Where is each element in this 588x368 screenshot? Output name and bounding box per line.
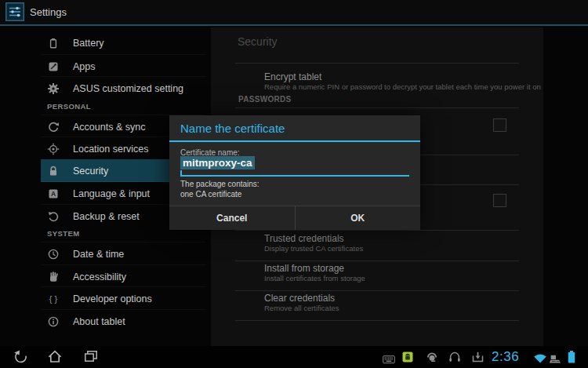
- hand-icon: [47, 271, 60, 283]
- svg-text:{ }: { }: [49, 294, 58, 304]
- name-certificate-dialog: Name the certificate Certificate name: m…: [169, 115, 420, 229]
- svg-text:A: A: [51, 190, 56, 198]
- cancel-button[interactable]: Cancel: [169, 206, 296, 230]
- divider: [235, 63, 519, 64]
- system-bar: 2:36 »: [0, 346, 588, 368]
- sidebar-item-battery[interactable]: Battery: [41, 31, 205, 54]
- language-icon: A: [47, 188, 60, 200]
- lock-icon: [47, 165, 60, 177]
- divider: [235, 261, 519, 261]
- gear-icon: [47, 82, 60, 95]
- trusted-credentials-title[interactable]: Trusted credentials: [264, 233, 344, 244]
- dialog-button-bar: Cancel OK: [169, 206, 420, 230]
- sidebar-item-label: Language & input: [73, 188, 150, 199]
- usb-debugging-android-icon: [402, 352, 413, 366]
- certificate-name-input[interactable]: mitmproxy-ca: [180, 157, 409, 173]
- apps-icon: [47, 60, 60, 73]
- divider: [235, 320, 519, 321]
- passwords-section-header: PASSWORDS: [238, 95, 292, 104]
- divider: [235, 290, 519, 291]
- sidebar-item-about-tablet[interactable]: About tablet: [41, 309, 205, 333]
- package-contains-label: The package contains:: [180, 180, 260, 188]
- sidebar-item-apps[interactable]: Apps: [41, 54, 205, 78]
- recents-button[interactable]: [83, 349, 99, 365]
- sidebar-item-date-time[interactable]: Date & time: [41, 242, 205, 265]
- input-underline: [180, 175, 409, 177]
- sidebar-item-label: Apps: [73, 61, 96, 72]
- action-bar: Settings: [0, 0, 588, 26]
- braces-icon: { }: [47, 293, 60, 305]
- sidebar-item-label: Security: [73, 166, 108, 177]
- sidebar-item-label: Location services: [73, 144, 149, 155]
- keyboard-icon: [383, 353, 395, 367]
- install-notification-icon: [472, 352, 484, 366]
- info-icon: [47, 315, 60, 328]
- sidebar-item-label: About tablet: [73, 316, 125, 327]
- sync-icon: [47, 121, 60, 133]
- install-from-storage-title[interactable]: Install from storage: [264, 263, 344, 274]
- back-button[interactable]: [13, 349, 28, 365]
- ok-button[interactable]: OK: [296, 206, 421, 230]
- checkbox[interactable]: [493, 118, 506, 132]
- sidebar-item-developer-options[interactable]: { } Developer options: [41, 286, 205, 310]
- trusted-credentials-desc: Display trusted CA certificates: [264, 244, 363, 253]
- divider: [235, 230, 519, 231]
- sidebar-item-asus-setting[interactable]: ASUS customized setting: [41, 76, 205, 100]
- sidebar-item-label: Accounts & sync: [73, 122, 145, 133]
- encrypt-tablet-title[interactable]: Encrypt tablet: [264, 71, 321, 82]
- sidebar-section-personal: PERSONAL: [47, 99, 91, 115]
- package-contents-value: one CA certificate: [180, 190, 241, 199]
- sidebar-item-label: Developer options: [73, 293, 152, 304]
- battery-icon: [47, 37, 60, 49]
- content-title: Security: [238, 35, 278, 48]
- sidebar-item-label: Backup & reset: [73, 211, 140, 222]
- sidebar-item-label: Accessibility: [73, 271, 126, 282]
- dialog-title: Name the certificate: [180, 122, 285, 135]
- keyboard-dock-icon: [549, 353, 561, 367]
- clock-icon: [47, 248, 60, 261]
- sidebar-item-label: Battery: [73, 38, 104, 49]
- page-title: Settings: [30, 6, 67, 18]
- clear-credentials-title[interactable]: Clear credentials: [264, 293, 335, 304]
- sidebar-section-system: SYSTEM: [47, 226, 79, 242]
- location-icon: [47, 143, 60, 155]
- install-from-storage-desc: Install certificates from storage: [264, 274, 365, 282]
- tablet-screen: Settings Battery Apps ASUS customized se…: [0, 0, 588, 368]
- settings-app-icon: [5, 2, 24, 21]
- clear-credentials-desc: Remove all certificates: [264, 304, 339, 312]
- checkbox[interactable]: [493, 194, 506, 207]
- clock: 2:36: [492, 346, 519, 368]
- selected-input-text: mitmproxy-ca: [180, 156, 255, 169]
- sidebar-item-accessibility[interactable]: Accessibility: [41, 264, 205, 288]
- wifi-icon: [533, 352, 547, 366]
- status-tray[interactable]: 2:36 »: [380, 346, 588, 368]
- battery-icon-status: [567, 350, 576, 367]
- encrypt-tablet-desc: Require a numeric PIN or password to dec…: [264, 82, 541, 91]
- dialog-title-divider: [169, 140, 420, 142]
- backup-icon: [47, 210, 60, 223]
- home-button[interactable]: [47, 349, 63, 365]
- divider: [235, 107, 519, 108]
- sidebar-item-label: ASUS customized setting: [73, 83, 183, 94]
- headphones-icon: [448, 351, 461, 366]
- headset-icon: [426, 351, 438, 366]
- sidebar-item-label: Date & time: [73, 249, 124, 260]
